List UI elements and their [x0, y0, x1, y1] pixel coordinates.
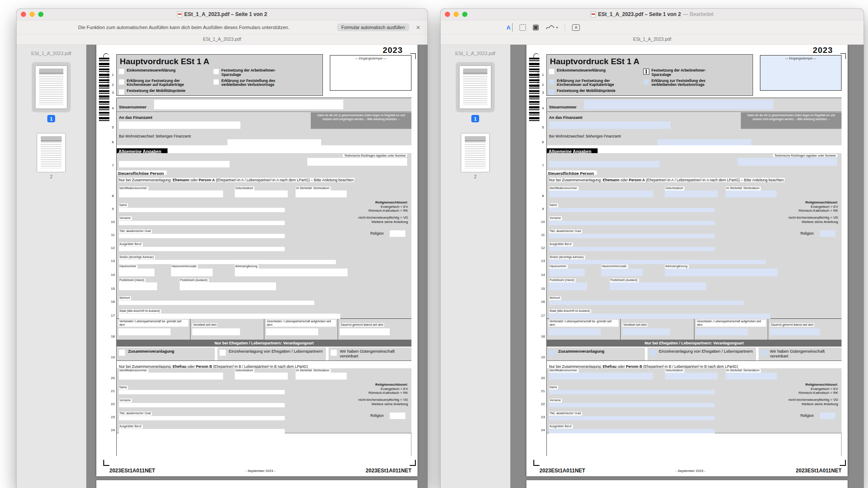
- field-geburtsdatum-b[interactable]: [235, 373, 288, 380]
- zoom-window-button[interactable]: [38, 12, 43, 17]
- field-plz-inland[interactable]: [549, 282, 587, 290]
- field-geschieden-seit[interactable]: [696, 328, 748, 335]
- marital-cell-verheiratet: Verheiratet / Lebenspartnerschaft be- gr…: [117, 319, 190, 340]
- field-row7[interactable]: [549, 161, 660, 167]
- redact-icon[interactable]: [533, 23, 539, 31]
- page-footer: 2023ESt1A011NET - September 2023 - 2023E…: [109, 468, 411, 474]
- field-telefonnummer[interactable]: [737, 158, 837, 166]
- field-idnr-b[interactable]: [119, 373, 223, 380]
- text-selection-icon[interactable]: A: [506, 23, 513, 31]
- page-1-thumbnail[interactable]: [36, 66, 67, 108]
- field-sterbedatum-b[interactable]: [296, 373, 347, 380]
- field-getrennt-seit[interactable]: [770, 328, 820, 335]
- sidebar-filename: ESt_1_A_2023.pdf: [31, 51, 71, 56]
- field-sterbedatum-a[interactable]: [296, 190, 347, 197]
- checkbox-mobilitaetspraemie[interactable]: [549, 89, 554, 95]
- field-hausnummer[interactable]: [549, 269, 585, 276]
- page-2-thumbnail[interactable]: [461, 134, 489, 172]
- field-idnr-a[interactable]: [119, 190, 223, 197]
- checkbox-guetergemeinschaft[interactable]: [331, 350, 337, 356]
- field-getrennt-seit[interactable]: [340, 328, 390, 335]
- field-adressergaenzung[interactable]: [665, 269, 778, 276]
- close-window-button[interactable]: [445, 12, 450, 17]
- field-row7[interactable]: [119, 161, 230, 167]
- page-1-thumbnail-selected[interactable]: [456, 62, 495, 112]
- field-plz-ausland[interactable]: [180, 282, 276, 290]
- field-steuernummer[interactable]: [584, 100, 773, 109]
- field-telefonnummer[interactable]: [307, 158, 407, 166]
- checkbox-verlustvortrag[interactable]: [214, 79, 219, 85]
- label-steuernummer: Steuernummer: [549, 105, 577, 109]
- marital-cell-geschieden: Geschieden / Lebenspartnerschaft aufgeho…: [694, 319, 768, 340]
- page-1-badge: 1: [47, 115, 55, 122]
- field-geburtsdatum-a[interactable]: [665, 190, 718, 197]
- field-verheiratet-seit[interactable]: [549, 328, 601, 335]
- field-bisheriges-finanzamt[interactable]: [658, 139, 751, 146]
- checkbox-zusammenveranlagung[interactable]: [549, 350, 555, 356]
- checkbox-einkommensteuererklaerung[interactable]: [119, 69, 124, 74]
- sidebar-filename: ESt_1_A_2023.pdf: [455, 51, 495, 56]
- checkbox-zusammenveranlagung[interactable]: [119, 350, 125, 356]
- field-geburtsdatum-a[interactable]: [235, 190, 288, 197]
- text-box-icon[interactable]: A: [572, 23, 580, 31]
- page-1-thumbnail[interactable]: [460, 66, 491, 108]
- document-viewport[interactable]: 2023 2023000101201 — Eingangsstempel — H…: [510, 45, 864, 488]
- field-religion-a[interactable]: [390, 230, 405, 237]
- autofill-banner-text: Die Funktion zum automatischen Ausfüllen…: [78, 25, 289, 30]
- field-verwitwet-seit[interactable]: [622, 328, 670, 335]
- religion-key-legend-b: Religionsschlüssel: Evangelisch = EV Röm…: [368, 383, 408, 395]
- field-steuernummer[interactable]: [154, 100, 343, 109]
- field-geburtsdatum-b[interactable]: [665, 373, 718, 380]
- signature-icon[interactable]: ▾: [546, 23, 558, 31]
- checkbox-arbeitnehmer-sparzulage[interactable]: [214, 69, 219, 74]
- field-bisheriges-finanzamt[interactable]: [227, 139, 321, 146]
- label-telefonische-rueckfragen: Telefonische Rückfragen tagsüber unter N…: [773, 154, 837, 157]
- checkbox-einzelveranlagung[interactable]: [650, 350, 656, 356]
- field-idnr-b[interactable]: [549, 373, 653, 380]
- crop-mark: [410, 460, 416, 466]
- field-finanzamt[interactable]: [549, 121, 671, 129]
- checkbox-arbeitnehmer-sparzulage[interactable]: [644, 69, 649, 74]
- section-veranlagungsart: Nur bei Ehegatten / Lebenspartnern: Vera…: [546, 340, 842, 347]
- checkbox-kirchensteuer[interactable]: [549, 79, 554, 85]
- field-geschieden-seit[interactable]: [266, 328, 318, 335]
- field-sterbedatum-a[interactable]: [726, 190, 777, 197]
- label-telefonische-rueckfragen: Telefonische Rückfragen tagsüber unter N…: [343, 154, 407, 157]
- field-sterbedatum-b[interactable]: [726, 373, 777, 380]
- field-verwitwet-seit[interactable]: [192, 328, 240, 335]
- checkbox-mobilitaetspraemie[interactable]: [119, 89, 124, 95]
- checkbox-verlustvortrag[interactable]: [644, 79, 649, 85]
- zoom-window-button[interactable]: [462, 12, 467, 17]
- close-window-button[interactable]: [21, 12, 26, 17]
- checkbox-einkommensteuererklaerung[interactable]: [549, 69, 554, 74]
- page-1-thumbnail-selected[interactable]: [32, 62, 71, 112]
- field-religion-b[interactable]: [390, 413, 405, 419]
- field-religion-b[interactable]: [820, 413, 835, 419]
- page-2-thumbnail[interactable]: [37, 134, 65, 172]
- window-title: ESt_1_A_2023.pdf – Seite 1 von 2 — Bearb…: [441, 11, 864, 17]
- titlebar[interactable]: ESt_1_A_2023.pdf – Seite 1 von 2 — Bearb…: [441, 9, 864, 20]
- field-plz-inland[interactable]: [119, 282, 157, 290]
- field-verheiratet-seit[interactable]: [118, 328, 171, 335]
- crop-mark: [533, 460, 539, 466]
- field-hausnummer[interactable]: [119, 269, 155, 276]
- field-hausnummerzusatz[interactable]: [601, 269, 643, 276]
- field-idnr-a[interactable]: [549, 190, 653, 197]
- titlebar[interactable]: ESt_1_A_2023.pdf – Seite 1 von 2: [16, 9, 427, 20]
- checkbox-guetergemeinschaft[interactable]: [761, 350, 767, 356]
- form-title: Hauptvordruck ESt 1 A: [119, 56, 320, 67]
- checkbox-einzelveranlagung[interactable]: [220, 350, 226, 356]
- field-plz-ausland[interactable]: [610, 282, 706, 290]
- close-icon[interactable]: ✕: [416, 24, 421, 31]
- barcode: [99, 58, 109, 123]
- minimize-window-button[interactable]: [454, 12, 459, 17]
- field-hausnummerzusatz[interactable]: [171, 269, 213, 276]
- document-viewport[interactable]: 2023 2023000101201 — Eingangsstempel — H…: [86, 45, 427, 488]
- field-religion-a[interactable]: [820, 230, 835, 237]
- minimize-window-button[interactable]: [30, 12, 35, 17]
- field-finanzamt[interactable]: [119, 121, 240, 129]
- rect-selection-icon[interactable]: [519, 23, 526, 31]
- checkbox-kirchensteuer[interactable]: [119, 79, 124, 85]
- autofill-button[interactable]: Formular automatisch ausfüllen: [337, 23, 409, 31]
- field-adressergaenzung[interactable]: [235, 269, 348, 276]
